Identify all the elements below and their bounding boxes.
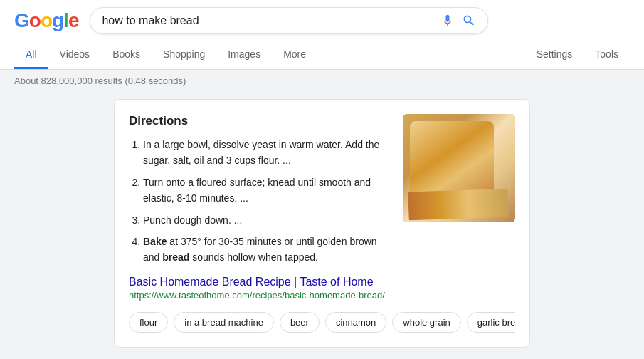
step3-text: Punch dough down. ... (143, 214, 242, 226)
search-icon[interactable] (462, 14, 476, 28)
card-text: Directions In a large bowl, dissolve yea… (129, 114, 391, 301)
nav-container: All Videos Books Shopping Images More Se… (14, 41, 630, 69)
nav-tabs: All Videos Books Shopping Images More (14, 41, 317, 69)
results-count: About 828,000,000 results (0.48 seconds) (14, 76, 186, 86)
tab-tools[interactable]: Tools (584, 41, 630, 69)
step1-text: In a large bowl, dissolve yeast in warm … (143, 139, 379, 166)
list-item: Bake at 375° for 30-35 minutes or until … (143, 234, 391, 266)
results-info: About 828,000,000 results (0.48 seconds) (0, 70, 644, 92)
tab-settings[interactable]: Settings (525, 41, 584, 69)
tab-more[interactable]: More (272, 41, 317, 69)
card-inner: Directions In a large bowl, dissolve yea… (129, 114, 515, 301)
header: Google how to make bread All Videos Book… (0, 0, 644, 70)
nav-right: Settings Tools (525, 41, 630, 69)
main-content: Directions In a large bowl, dissolve yea… (0, 92, 644, 355)
tag-bread-machine[interactable]: in a bread machine (174, 312, 274, 333)
list-item: In a large bowl, dissolve yeast in warm … (143, 137, 391, 169)
tag-whole-grain[interactable]: whole grain (392, 312, 461, 333)
list-item: Turn onto a floured surface; knead until… (143, 175, 391, 207)
tab-videos[interactable]: Videos (48, 41, 102, 69)
tag-garlic-bread[interactable]: garlic bread (467, 312, 515, 333)
source-link[interactable]: Basic Homemade Bread Recipe | Taste of H… (129, 276, 391, 288)
directions-title: Directions (129, 114, 391, 128)
bread-image (403, 114, 515, 222)
header-top: Google how to make bread (14, 7, 630, 41)
result-card: Directions In a large bowl, dissolve yea… (114, 99, 530, 348)
search-input[interactable]: how to make bread (102, 14, 440, 27)
tab-images[interactable]: Images (216, 41, 272, 69)
tag-cinnamon[interactable]: cinnamon (325, 312, 386, 333)
related-tags: flour in a bread machine beer cinnamon w… (129, 312, 515, 333)
directions-list: In a large bowl, dissolve yeast in warm … (129, 137, 391, 266)
step2-text: Turn onto a floured surface; knead until… (143, 177, 371, 204)
tab-all[interactable]: All (14, 41, 48, 69)
tab-books[interactable]: Books (101, 41, 152, 69)
list-item: Punch dough down. ... (143, 212, 391, 228)
search-bar: how to make bread (90, 7, 488, 34)
tag-beer[interactable]: beer (280, 312, 320, 333)
tag-flour[interactable]: flour (129, 312, 168, 333)
tab-shopping[interactable]: Shopping (152, 41, 216, 69)
google-logo: Google (14, 9, 78, 32)
source-url: https://www.tasteofhome.com/recipes/basi… (129, 290, 391, 301)
microphone-icon[interactable] (440, 14, 455, 28)
search-icons (440, 14, 476, 28)
bread-image-visual (403, 114, 515, 222)
